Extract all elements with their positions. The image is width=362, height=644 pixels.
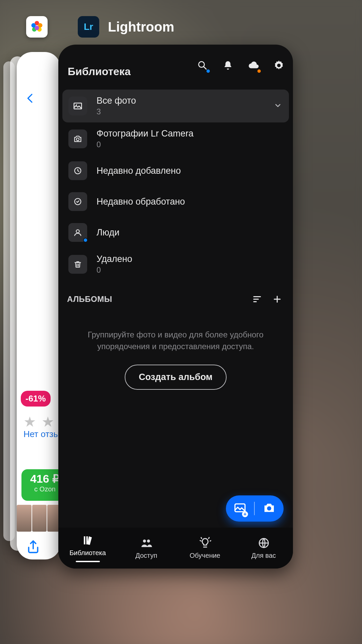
- nav-sharing[interactable]: Доступ: [117, 528, 176, 569]
- search-badge: [206, 69, 210, 73]
- lightroom-app-icon[interactable]: Lr: [78, 16, 99, 38]
- create-album-button[interactable]: Создать альбом: [125, 365, 227, 390]
- fab-divider: [254, 502, 255, 515]
- lightroom-app-label: Lightroom: [108, 19, 174, 35]
- collection-count: 3: [97, 107, 136, 116]
- nav-label: Библиотека: [69, 549, 106, 557]
- collection-recently-edited[interactable]: Недавно обработано: [62, 186, 289, 217]
- bottom-nav: Библиотека Доступ Обучение Для вас: [58, 528, 293, 569]
- svg-point-5: [35, 26, 39, 30]
- albums-empty-state: Группируйте фото и видео для более удобн…: [58, 310, 293, 390]
- capture-fab[interactable]: +: [226, 495, 284, 522]
- people-badge: [83, 238, 88, 243]
- camera-icon: [68, 129, 87, 148]
- collection-people[interactable]: Люди: [62, 217, 289, 248]
- albums-empty-text: Группируйте фото и видео для более удобн…: [78, 329, 273, 353]
- ozon-sublabel: с Ozon: [21, 485, 60, 493]
- svg-point-9: [76, 138, 79, 141]
- collection-title: Люди: [97, 227, 119, 238]
- collection-title: Все фото: [97, 96, 136, 106]
- thumbnail-strip[interactable]: [17, 505, 60, 532]
- nav-for-you[interactable]: Для вас: [234, 528, 293, 569]
- collection-count: 0: [97, 140, 193, 149]
- collection-title: Удалено: [97, 254, 132, 264]
- svg-point-12: [76, 230, 79, 233]
- ozon-price-box[interactable]: 416 ₽ с Ozon: [21, 469, 60, 501]
- page-title: Библиотека: [68, 65, 131, 78]
- collection-lr-camera[interactable]: Фотографии Lr Camera 0: [62, 122, 289, 155]
- reviews-link[interactable]: Нет отзы: [23, 429, 60, 439]
- nav-label: Доступ: [135, 552, 157, 559]
- collection-deleted[interactable]: Удалено 0: [62, 248, 289, 281]
- albums-header: АЛЬБОМЫ: [58, 281, 293, 310]
- svg-point-14: [267, 506, 272, 511]
- collection-title: Недавно обработано: [97, 197, 185, 207]
- back-chevron-icon[interactable]: [22, 90, 38, 106]
- clock-icon: [68, 161, 87, 180]
- app-switcher-header: Lr Lightroom: [0, 13, 362, 40]
- lightroom-app-card[interactable]: Библиотека Все фото 3: [58, 45, 293, 569]
- share-icon[interactable]: [25, 539, 46, 559]
- nav-label: Для вас: [251, 552, 276, 559]
- people-icon: [68, 223, 87, 242]
- cloud-warning-badge: [257, 69, 261, 73]
- svg-point-6: [199, 62, 204, 67]
- background-app-card[interactable]: -61% Н ★ ★ Нет отзы 416 ₽ с Ozon: [17, 52, 60, 559]
- collection-title: Недавно добавлено: [97, 166, 181, 176]
- edited-icon: [68, 192, 87, 211]
- photo-icon: [68, 97, 87, 115]
- sort-icon[interactable]: [250, 292, 264, 306]
- add-album-icon[interactable]: [270, 292, 284, 306]
- collection-recently-added[interactable]: Недавно добавлено: [62, 155, 289, 186]
- settings-icon[interactable]: [272, 58, 286, 73]
- nav-learn[interactable]: Обучение: [176, 528, 234, 569]
- library-list: Все фото 3 Фотографии Lr Camera 0 Недавн…: [58, 88, 293, 281]
- ozon-price: 416 ₽: [21, 472, 60, 485]
- nav-label: Обучение: [190, 552, 220, 559]
- collection-all-photos[interactable]: Все фото 3: [62, 90, 289, 122]
- albums-header-label: АЛЬБОМЫ: [67, 294, 112, 304]
- collection-count: 0: [97, 266, 132, 275]
- lightroom-toolbar: Библиотека: [58, 45, 293, 88]
- cloud-sync-icon[interactable]: [246, 58, 261, 73]
- trash-icon: [68, 255, 87, 274]
- nav-active-underline: [76, 561, 100, 562]
- discount-badge: -61%: [21, 391, 51, 407]
- photos-app-icon[interactable]: [26, 16, 48, 38]
- nav-library[interactable]: Библиотека: [58, 528, 117, 569]
- camera-capture-icon[interactable]: [262, 501, 276, 516]
- notifications-icon[interactable]: [221, 58, 235, 73]
- add-photo-icon[interactable]: +: [233, 501, 247, 516]
- chevron-down-icon: [273, 100, 283, 112]
- collection-title: Фотографии Lr Camera: [97, 128, 193, 139]
- svg-point-8: [76, 104, 77, 105]
- search-icon[interactable]: [195, 58, 210, 73]
- rating-stars: ★ ★: [23, 414, 55, 430]
